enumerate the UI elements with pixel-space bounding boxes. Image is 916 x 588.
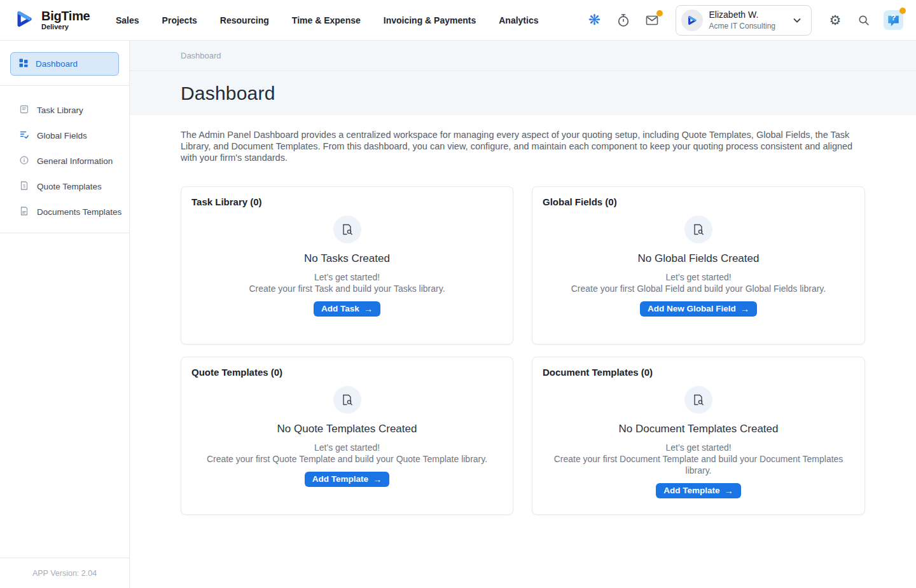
main-area: Dashboard Dashboard The Admin Panel Dash… (130, 41, 916, 588)
quote-document-icon: $ (19, 181, 29, 193)
add-new-global-field-button[interactable]: Add New Global Field → (640, 301, 757, 317)
account-switcher[interactable]: Elizabeth W. Acme IT Consulting (676, 5, 812, 36)
help-badge (899, 8, 906, 14)
card-title: Quote Templates (0) (191, 367, 503, 378)
sidebar-item-quote-templates[interactable]: $ Quote Templates (0, 174, 129, 199)
timer-icon[interactable] (614, 11, 632, 29)
empty-state-intro: Let’s get started! (665, 271, 731, 283)
file-search-icon (333, 386, 361, 414)
sidebar-divider-bottom (0, 233, 129, 233)
file-search-icon (684, 386, 712, 414)
brand-subname: Delivery (41, 24, 90, 31)
add-task-button[interactable]: Add Task → (314, 301, 380, 317)
chevron-down-icon (792, 15, 802, 25)
file-search-icon (333, 215, 361, 243)
sidebar-item-label: Documents Templates (37, 207, 121, 217)
help-question-glyph: ? (884, 13, 903, 22)
empty-state-hint: Create your first Document Template and … (543, 453, 854, 476)
card-task-library: Task Library (0) No Tasks Created Let’s … (181, 186, 513, 345)
sidebar-item-task-library[interactable]: Task Library (0, 97, 129, 123)
empty-state-intro: Let’s get started! (314, 442, 380, 453)
app-version: APP Version: 2.04 (0, 557, 129, 588)
help-icon[interactable]: ? (884, 10, 903, 30)
admin-sidebar: Dashboard Task Library Global Fields (0, 41, 130, 588)
card-title: Task Library (0) (191, 196, 503, 207)
settings-gear-icon[interactable]: ⚙ (826, 11, 844, 29)
nav-time-expense[interactable]: Time & Expense (292, 15, 361, 25)
card-global-fields: Global Fields (0) No Global Fields Creat… (532, 186, 865, 345)
empty-state-hint: Create your first Quote Template and bui… (207, 453, 487, 465)
breadcrumb-bar: Dashboard (130, 41, 916, 71)
brand-name: BigTime (41, 10, 90, 22)
top-header: BigTime Delivery Sales Projects Resourci… (0, 0, 916, 41)
nav-resourcing[interactable]: Resourcing (220, 15, 269, 25)
page-title: Dashboard (181, 83, 275, 104)
card-title: Document Templates (0) (543, 367, 854, 378)
sidebar-item-dashboard[interactable]: Dashboard (10, 52, 119, 76)
sidebar-item-global-fields[interactable]: Global Fields (0, 123, 129, 148)
search-icon[interactable] (855, 11, 873, 29)
sidebar-item-documents-templates[interactable]: Documents Templates (0, 199, 129, 224)
user-name: Elizabeth W. (709, 10, 776, 20)
arrow-right-icon: → (364, 304, 373, 313)
bigtime-logo[interactable]: BigTime Delivery (13, 8, 101, 33)
bigtime-logo-icon (13, 8, 36, 33)
sidebar-item-label: Global Fields (37, 131, 87, 140)
add-quote-template-button[interactable]: Add Template → (305, 472, 389, 487)
dashboard-cards-grid: Task Library (0) No Tasks Created Let’s … (181, 186, 865, 515)
arrow-right-icon: → (373, 475, 382, 484)
empty-state-hint: Create your first Global Field and build… (571, 283, 826, 294)
sidebar-item-general-information[interactable]: General Information (0, 148, 129, 174)
empty-state-title: No Quote Templates Created (277, 423, 417, 435)
document-icon (19, 206, 29, 218)
empty-state-hint: Create your first Task and build your Ta… (249, 283, 445, 294)
nav-projects[interactable]: Projects (162, 15, 197, 25)
title-bar: Dashboard (130, 71, 916, 115)
empty-state-intro: Let’s get started! (314, 271, 380, 283)
empty-state-title: No Tasks Created (304, 252, 390, 265)
user-avatar (681, 10, 703, 31)
user-company: Acme IT Consulting (709, 22, 776, 31)
mail-icon[interactable] (643, 11, 661, 29)
sidebar-item-label: Dashboard (36, 59, 78, 69)
nav-analytics[interactable]: Analytics (499, 15, 538, 25)
main-nav: Sales Projects Resourcing Time & Expense… (116, 15, 539, 25)
empty-state-title: No Global Fields Created (638, 252, 760, 265)
mail-badge (656, 10, 663, 17)
sidebar-item-label: Quote Templates (37, 182, 102, 191)
sidebar-item-label: Task Library (37, 106, 83, 115)
note-document-icon (19, 104, 29, 116)
empty-state-intro: Let’s get started! (665, 442, 731, 453)
page-description: The Admin Panel Dashboard provides a cen… (181, 129, 863, 163)
list-check-icon (19, 130, 29, 142)
breadcrumb[interactable]: Dashboard (181, 51, 221, 60)
dashboard-grid-icon (18, 58, 29, 70)
info-circle-icon (19, 155, 29, 167)
file-search-icon (684, 215, 712, 243)
nav-invoicing-payments[interactable]: Invoicing & Payments (384, 15, 476, 25)
ai-sparkle-icon[interactable]: ❋ (586, 11, 604, 29)
card-document-templates: Document Templates (0) No Document Templ… (532, 357, 865, 515)
empty-state-title: No Document Templates Created (618, 423, 778, 435)
sidebar-item-label: General Information (37, 156, 113, 166)
card-quote-templates: Quote Templates (0) No Quote Templates C… (181, 357, 513, 515)
arrow-right-icon: → (725, 486, 733, 495)
add-document-template-button[interactable]: Add Template → (656, 483, 740, 498)
arrow-right-icon: → (740, 304, 749, 313)
nav-sales[interactable]: Sales (116, 15, 139, 25)
svg-text:$: $ (23, 183, 25, 188)
card-title: Global Fields (0) (543, 196, 854, 207)
